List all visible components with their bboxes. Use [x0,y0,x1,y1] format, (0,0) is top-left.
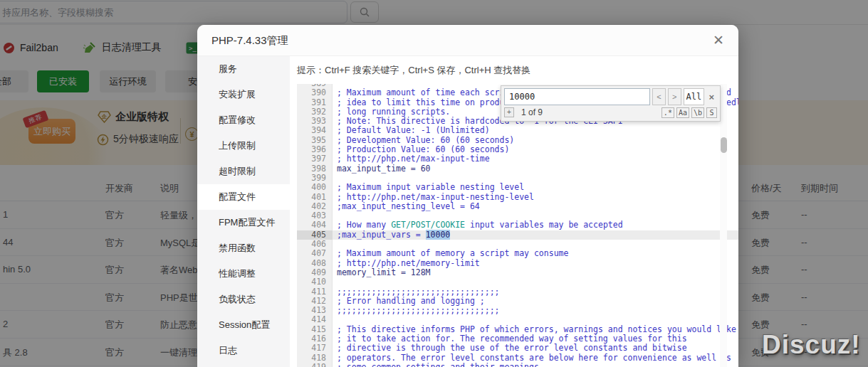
code-line-395: 395; Development Value: 60 (60 seconds) [297,136,738,145]
line-text: ;;;;;;;;;;;;;;;;;;;;;;;;;;;;;;;;; [337,287,738,297]
line-text: ;max_input_nesting_level = 64 [337,202,738,211]
line-text: ; it to take action for. The recommended… [337,334,738,344]
code-line-417: 417; directive is through the use of the… [297,344,738,353]
line-text: ; http://php.net/memory-limit [337,259,738,268]
code-line-410: 410 [297,277,738,287]
search-widget: < > All × + 1 of 9 .* Aa \b S [501,85,721,122]
code-line-407: 407; Maximum amount of memory a script m… [297,249,738,258]
line-number: 416 [297,334,333,344]
code-line-402: 402;max_input_nesting_level = 64 [297,202,738,211]
case-toggle[interactable]: Aa [676,107,689,118]
code-line-416: 416; it to take action for. The recommen… [297,334,738,344]
line-text: ;;;;;;;;;;;;;;;;;;;;;;;;;;;;;;;;; [337,306,738,315]
sidebar-item-配置修改[interactable]: 配置修改 [197,107,290,133]
line-text: ; http://php.net/max-input-nesting-level [337,193,738,202]
config-file-editor[interactable]: 389390; Maximum amount of time each scri… [297,84,738,367]
find-all-button[interactable]: All [684,88,704,105]
line-number: 401 [297,193,333,202]
code-line-396: 396; Production Value: 60 (60 seconds) [297,145,738,154]
line-number: 395 [297,136,333,145]
line-number: 392 [297,107,333,117]
find-next-button[interactable]: > [668,88,681,105]
sidebar-item-日志[interactable]: 日志 [197,338,290,363]
editor-scrollbar[interactable] [720,84,727,367]
line-number: 393 [297,117,333,126]
code-line-419: 419; some common settings and their mean… [297,363,738,367]
line-text: memory_limit = 128M [337,268,738,277]
code-line-412: 412; Error handling and logging ; [297,297,738,306]
line-text: ; Maximum input variable nesting level [337,183,738,192]
line-number: 414 [297,315,333,324]
line-text: ; operators. The error level constants a… [337,353,738,363]
line-text: ; Production Value: 60 (60 seconds) [337,145,738,154]
line-number: 390 [297,88,333,97]
regex-toggle[interactable]: .* [662,107,674,118]
find-prev-button[interactable]: < [652,88,666,105]
sidebar-item-Session配置[interactable]: Session配置 [197,312,290,338]
line-number: 413 [297,306,333,315]
screenshot-stage: Fail2ban日志清理工具>_宝塔SSH终端 全部已安装运行环境安全 付) 立… [0,0,868,367]
modal-header: PHP-7.4.33管理 ✕ [197,25,738,56]
line-number: 407 [297,249,333,258]
sidebar-item-上传限制[interactable]: 上传限制 [197,133,290,159]
line-number: 391 [297,98,333,107]
toggle-replace-button[interactable]: + [504,107,514,117]
search-widget-row2: + 1 of 9 .* Aa \b S [501,107,720,121]
code-line-411: 411;;;;;;;;;;;;;;;;;;;;;;;;;;;;;;;;; [297,287,738,297]
sidebar-item-FPM配置文件[interactable]: FPM配置文件 [197,210,290,235]
search-option-toggles: .* Aa \b S [662,107,717,118]
whole-word-toggle[interactable]: \b [691,107,704,118]
code-line-403: 403 [297,211,738,220]
sidebar-item-负载状态[interactable]: 负载状态 [197,287,290,312]
line-text: ;max_input_vars = 10000 [337,230,738,240]
php-manage-modal: PHP-7.4.33管理 ✕ 服务安装扩展配置修改上传限制超时限制配置文件FPM… [197,25,738,367]
code-line-394: 394; Default Value: -1 (Unlimited) [297,126,738,135]
line-number: 411 [297,287,333,297]
editor-hint: 提示：Ctrl+F 搜索关键字，Ctrl+S 保存，Ctrl+H 查找替换 [297,64,530,77]
in-selection-toggle[interactable]: S [706,107,717,118]
line-number: 412 [297,297,333,306]
line-text: ; some common settings and their meaning… [337,363,738,367]
line-number: 405 [297,230,333,240]
line-text: ; Error handling and logging ; [337,297,738,306]
code-line-398: 398max_input_time = 60 [297,164,738,174]
match-counter: 1 of 9 [521,107,543,117]
line-text: ; http://php.net/max-input-time [337,154,738,164]
line-number: 398 [297,164,333,174]
sidebar-item-禁用函数[interactable]: 禁用函数 [197,235,290,261]
find-input[interactable] [504,88,650,105]
line-number: 404 [297,220,333,230]
line-text: ; How many GET/POST/COOKIE input variabl… [337,220,738,230]
sidebar-item-性能调整[interactable]: 性能调整 [197,261,290,287]
code-line-406: 406 [297,240,738,249]
line-number: 402 [297,202,333,211]
line-number: 400 [297,183,333,192]
code-line-408: 408; http://php.net/memory-limit [297,259,738,268]
line-number: 406 [297,240,333,249]
editor-scrollbar-thumb[interactable] [721,137,727,153]
sidebar-item-安装扩展[interactable]: 安装扩展 [197,82,290,107]
code-line-400: 400; Maximum input variable nesting leve… [297,183,738,192]
sidebar-item-服务[interactable]: 服务 [197,56,290,82]
line-number: 408 [297,259,333,268]
code-line-399: 399 [297,174,738,183]
code-line-404: 404; How many GET/POST/COOKIE input vari… [297,220,738,230]
line-number: 397 [297,154,333,164]
line-number: 403 [297,211,333,220]
search-widget-row1: < > All × [501,86,720,107]
find-close-icon[interactable]: × [706,88,717,105]
line-number: 410 [297,277,333,287]
code-line-414: 414 [297,315,738,324]
discuz-watermark: Discuz! [762,330,861,360]
close-icon[interactable]: ✕ [710,32,727,49]
line-number: 399 [297,174,333,183]
line-number: 417 [297,344,333,353]
code-line-413: 413;;;;;;;;;;;;;;;;;;;;;;;;;;;;;;;;; [297,306,738,315]
code-line-397: 397; http://php.net/max-input-time [297,154,738,164]
line-number: 409 [297,268,333,277]
line-text: ; Maximum amount of memory a script may … [337,249,738,258]
sidebar-item-超时限制[interactable]: 超时限制 [197,159,290,184]
sidebar-item-配置文件[interactable]: 配置文件 [197,184,290,210]
line-number: 396 [297,145,333,154]
code-line-409: 409memory_limit = 128M [297,268,738,277]
